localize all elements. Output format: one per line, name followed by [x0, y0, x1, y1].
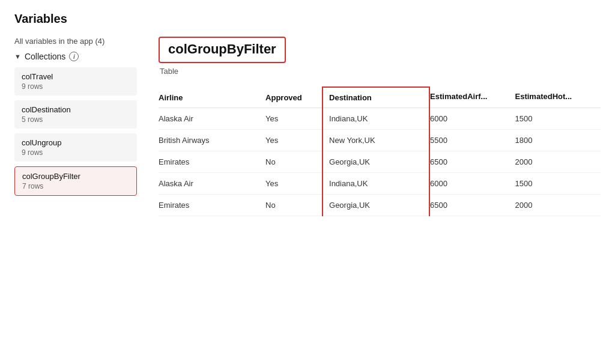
- collections-header: ▼ Collections i: [14, 52, 137, 61]
- sidebar-item-coltravel[interactable]: colTravel 9 rows: [14, 67, 137, 96]
- page-title: Variables: [14, 12, 601, 26]
- cell-hotel: 2000: [515, 195, 601, 216]
- page-container: Variables All variables in the app (4) ▼…: [0, 0, 615, 364]
- table-header-row: Airline Approved Destination EstimatedAi…: [159, 87, 601, 108]
- sidebar-item-name: colUngroup: [22, 138, 130, 147]
- cell-hotel: 1800: [515, 130, 601, 151]
- sidebar-item-name: colTravel: [22, 72, 130, 81]
- info-icon: i: [69, 52, 79, 61]
- cell-airf: 6000: [429, 108, 515, 130]
- variable-title: colGroupByFilter: [168, 41, 276, 57]
- sidebar-item-rows: 9 rows: [22, 82, 130, 91]
- th-destination: Destination: [323, 87, 429, 108]
- table-row: Alaska Air Yes Indiana,UK 6000 1500: [159, 108, 601, 130]
- variable-type: Table: [159, 67, 601, 76]
- cell-destination: Indiana,UK: [323, 108, 429, 130]
- data-table: Airline Approved Destination EstimatedAi…: [159, 86, 601, 216]
- cell-airf: 6500: [429, 151, 515, 173]
- cell-hotel: 2000: [515, 151, 601, 173]
- table-row: Emirates No Georgia,UK 6500 2000: [159, 151, 601, 173]
- cell-hotel: 1500: [515, 108, 601, 130]
- cell-airline: British Airways: [159, 130, 265, 151]
- table-row: British Airways Yes New York,UK 5500 180…: [159, 130, 601, 151]
- chevron-down-icon: ▼: [14, 53, 21, 60]
- cell-airf: 6000: [429, 173, 515, 195]
- cell-airline: Emirates: [159, 151, 265, 173]
- th-approved: Approved: [265, 87, 323, 108]
- sidebar-item-rows: 5 rows: [22, 115, 130, 124]
- sidebar-item-colgroupbyfilter[interactable]: colGroupByFilter 7 rows: [14, 166, 137, 196]
- main-content: All variables in the app (4) ▼ Collectio…: [14, 37, 601, 352]
- table-row: Alaska Air Yes Indiana,UK 6000 1500: [159, 173, 601, 195]
- cell-destination: Indiana,UK: [323, 173, 429, 195]
- cell-airf: 5500: [429, 130, 515, 151]
- cell-destination: Georgia,UK: [323, 195, 429, 216]
- th-airline: Airline: [159, 87, 265, 108]
- sidebar-item-rows: 9 rows: [22, 148, 130, 157]
- cell-approved: No: [265, 151, 323, 173]
- sidebar-item-name: colDestination: [22, 105, 130, 114]
- sidebar-item-coldestination[interactable]: colDestination 5 rows: [14, 100, 137, 129]
- cell-hotel: 1500: [515, 173, 601, 195]
- th-estimatedairf: EstimatedAirf...: [429, 87, 515, 108]
- main-panel: colGroupByFilter Table Airline Approved …: [147, 37, 601, 352]
- cell-airline: Alaska Air: [159, 173, 265, 195]
- sidebar: All variables in the app (4) ▼ Collectio…: [14, 37, 147, 352]
- cell-approved: Yes: [265, 173, 323, 195]
- table-row: Emirates No Georgia,UK 6500 2000: [159, 195, 601, 216]
- cell-airline: Emirates: [159, 195, 265, 216]
- cell-approved: No: [265, 195, 323, 216]
- sidebar-item-rows: 7 rows: [22, 182, 129, 190]
- cell-airline: Alaska Air: [159, 108, 265, 130]
- cell-approved: Yes: [265, 108, 323, 130]
- th-estimatedhot: EstimatedHot...: [515, 87, 601, 108]
- collections-label: Collections: [25, 52, 65, 61]
- sidebar-item-colungroup[interactable]: colUngroup 9 rows: [14, 133, 137, 162]
- cell-approved: Yes: [265, 130, 323, 151]
- sidebar-item-name: colGroupByFilter: [22, 172, 129, 181]
- sidebar-subtitle: All variables in the app (4): [14, 37, 137, 46]
- variable-title-box: colGroupByFilter: [159, 37, 286, 63]
- cell-destination: Georgia,UK: [323, 151, 429, 173]
- cell-airf: 6500: [429, 195, 515, 216]
- cell-destination: New York,UK: [323, 130, 429, 151]
